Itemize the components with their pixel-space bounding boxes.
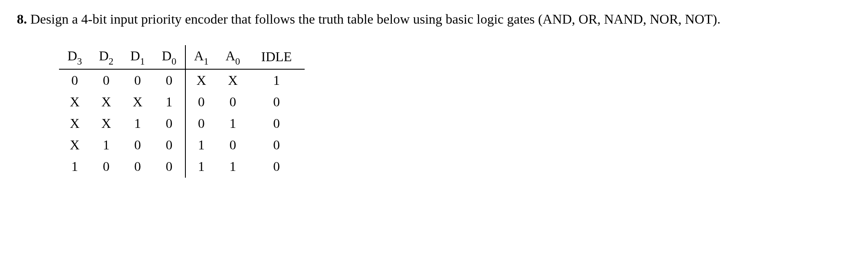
header-d1-sub: 1: [140, 56, 145, 67]
cell-d3: X: [59, 134, 91, 156]
cell-a0: 0: [217, 134, 249, 156]
cell-a1: 0: [185, 91, 217, 113]
cell-a1: 0: [185, 113, 217, 134]
cell-d3: 0: [59, 69, 91, 91]
question-number: 8.: [17, 11, 27, 27]
cell-d1: 0: [122, 134, 153, 156]
cell-d3: X: [59, 113, 91, 134]
cell-a0: 0: [217, 91, 249, 113]
question-text: 8. Design a 4-bit input priority encoder…: [17, 10, 851, 28]
cell-d3: 1: [59, 156, 91, 177]
header-d1-base: D: [130, 48, 140, 63]
header-d1: D1: [122, 45, 153, 69]
header-a0: A0: [217, 45, 249, 69]
header-d0: D0: [153, 45, 185, 69]
cell-d2: 0: [91, 156, 122, 177]
cell-d2: X: [91, 113, 122, 134]
header-d3-sub: 3: [77, 56, 82, 67]
table-header-row: D3 D2 D1 D0 A1 A0 IDLE: [59, 45, 305, 69]
cell-d0: 0: [153, 134, 185, 156]
header-a0-base: A: [225, 48, 235, 63]
cell-d0: 0: [153, 69, 185, 91]
cell-d1: 1: [122, 113, 153, 134]
table-row: 0 0 0 0 X X 1: [59, 69, 305, 91]
cell-d2: X: [91, 91, 122, 113]
cell-d0: 1: [153, 91, 185, 113]
cell-idle: 0: [249, 156, 305, 177]
cell-a0: 1: [217, 156, 249, 177]
cell-a1: X: [185, 69, 217, 91]
cell-d0: 0: [153, 156, 185, 177]
table-row: X 1 0 0 1 0 0: [59, 134, 305, 156]
cell-a0: 1: [217, 113, 249, 134]
cell-d0: 0: [153, 113, 185, 134]
cell-d1: X: [122, 91, 153, 113]
cell-d3: X: [59, 91, 91, 113]
cell-d1: 0: [122, 69, 153, 91]
cell-idle: 0: [249, 113, 305, 134]
cell-d2: 0: [91, 69, 122, 91]
header-d2-sub: 2: [109, 56, 114, 67]
cell-d1: 0: [122, 156, 153, 177]
table-row: X X X 1 0 0 0: [59, 91, 305, 113]
truth-table: D3 D2 D1 D0 A1 A0 IDLE: [59, 45, 305, 177]
header-d0-sub: 0: [171, 56, 177, 67]
cell-idle: 0: [249, 134, 305, 156]
header-a0-sub: 0: [235, 56, 240, 67]
table-row: 1 0 0 0 1 1 0: [59, 156, 305, 177]
header-d0-base: D: [162, 48, 171, 63]
header-a1-base: A: [194, 48, 204, 63]
header-d2: D2: [91, 45, 122, 69]
cell-a1: 1: [185, 134, 217, 156]
header-a1: A1: [185, 45, 217, 69]
header-idle: IDLE: [249, 45, 305, 69]
header-a1-sub: 1: [204, 56, 209, 67]
cell-idle: 0: [249, 91, 305, 113]
cell-a0: X: [217, 69, 249, 91]
header-d3: D3: [59, 45, 91, 69]
question-body: Design a 4-bit input priority encoder th…: [30, 11, 721, 27]
cell-d2: 1: [91, 134, 122, 156]
header-d3-base: D: [67, 48, 77, 63]
cell-idle: 1: [249, 69, 305, 91]
header-d2-base: D: [99, 48, 109, 63]
cell-a1: 1: [185, 156, 217, 177]
truth-table-wrapper: D3 D2 D1 D0 A1 A0 IDLE: [59, 45, 305, 177]
table-row: X X 1 0 0 1 0: [59, 113, 305, 134]
